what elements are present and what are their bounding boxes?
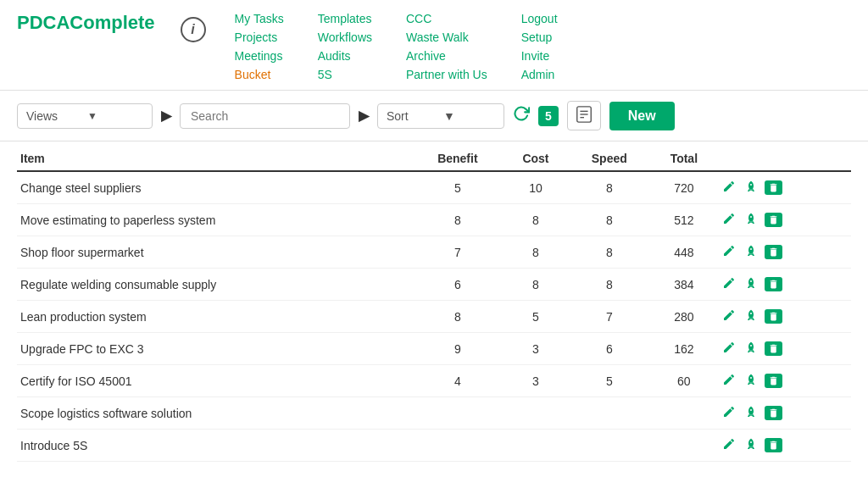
pdf-button[interactable] [567,101,601,130]
delete-button[interactable] [765,374,782,388]
cell-total: 280 [650,301,717,333]
pencil-icon [722,308,736,322]
cell-cost: 8 [504,269,568,301]
nav-bucket[interactable]: Bucket [235,68,284,81]
edit-button[interactable] [721,435,737,455]
action-buttons [721,178,848,197]
info-icon[interactable]: i [181,17,206,42]
cell-total: 60 [650,365,717,397]
delete-button[interactable] [765,438,782,452]
views-arrow-button[interactable]: ▶ [161,108,171,124]
cell-actions [717,430,851,462]
nav-projects[interactable]: Projects [235,30,284,44]
edit-button[interactable] [721,339,737,358]
nav-my-tasks[interactable]: My Tasks [235,12,284,25]
nav-archive[interactable]: Archive [406,49,487,63]
launch-button[interactable] [743,210,760,230]
cell-total: 720 [650,171,717,204]
table-row: Lean production system857280 [17,301,851,333]
toolbar: Views ▼ ▶ ▶ Sort ▼ 5 New [0,91,868,141]
nav-5s[interactable]: 5S [318,68,372,81]
launch-button[interactable] [743,307,760,326]
nav-logout[interactable]: Logout [521,12,558,25]
nav-setup[interactable]: Setup [521,30,558,44]
cell-actions [717,171,851,204]
launch-button[interactable] [743,403,760,423]
cell-cost: 8 [504,236,568,269]
refresh-icon [513,105,530,122]
pencil-icon [722,437,736,451]
launch-button[interactable] [743,435,760,455]
launch-button[interactable] [743,371,760,391]
col-header-actions [717,145,851,171]
nav-meetings[interactable]: Meetings [235,49,284,63]
delete-button[interactable] [765,180,782,195]
cell-cost: 10 [504,171,568,204]
trash-icon [768,440,779,451]
nav-workflows[interactable]: Workflows [318,30,372,44]
pencil-icon [722,405,736,419]
nav-audits[interactable]: Audits [318,49,372,63]
edit-button[interactable] [721,371,737,391]
edit-button[interactable] [721,178,737,197]
col-header-benefit: Benefit [412,145,504,171]
cell-speed [568,430,650,462]
table-row: Certify for ISO 4500143560 [17,365,851,397]
logo-complete: Complete [70,12,154,33]
nav-ccc[interactable]: CCC [406,12,487,25]
trash-icon [768,408,779,419]
nav-admin[interactable]: Admin [521,68,558,81]
cell-cost: 3 [504,333,568,365]
sort-label: Sort [387,109,438,123]
launch-button[interactable] [743,242,760,262]
edit-button[interactable] [721,242,737,262]
cell-speed: 7 [568,301,650,333]
cell-speed: 8 [568,236,650,269]
delete-button[interactable] [765,245,782,259]
delete-button[interactable] [765,341,782,356]
cell-actions [717,236,851,269]
cell-total: 162 [650,333,717,365]
rocket-icon [744,308,758,322]
edit-button[interactable] [721,307,737,326]
rocket-icon [744,341,758,354]
nav-col-3: CCC Waste Walk Archive Partner with Us [406,12,487,81]
table-container: Item Benefit Cost Speed Total Change ste… [0,145,868,462]
delete-button[interactable] [765,277,782,291]
nav-waste-walk[interactable]: Waste Walk [406,30,487,44]
cell-cost: 3 [504,365,568,397]
cell-benefit: 6 [412,269,504,301]
edit-button[interactable] [721,403,737,423]
cell-actions [717,365,851,397]
nav-col-1: My Tasks Projects Meetings Bucket [235,12,284,81]
table-header-row: Item Benefit Cost Speed Total [17,145,851,171]
launch-button[interactable] [743,339,760,358]
cell-cost: 8 [504,204,568,236]
nav-partner[interactable]: Partner with Us [406,68,487,81]
delete-button[interactable] [765,309,782,324]
new-button[interactable]: New [609,102,675,130]
nav-col-2: Templates Workflows Audits 5S [318,12,372,81]
rocket-icon [744,437,758,451]
views-dropdown[interactable]: Views ▼ [17,103,153,129]
delete-button[interactable] [765,213,782,227]
launch-button[interactable] [743,178,760,197]
nav-templates[interactable]: Templates [318,12,372,25]
launch-button[interactable] [743,274,760,294]
cell-item: Move estimating to paperless system [17,204,412,236]
nav-invite[interactable]: Invite [521,49,558,63]
sort-dropdown[interactable]: Sort ▼ [377,103,504,129]
delete-button[interactable] [765,406,782,420]
edit-button[interactable] [721,274,737,294]
cell-speed: 8 [568,204,650,236]
action-buttons [721,371,848,391]
refresh-button[interactable] [513,105,530,126]
search-input[interactable] [180,103,350,129]
cell-speed: 8 [568,269,650,301]
edit-button[interactable] [721,210,737,230]
search-arrow-button[interactable]: ▶ [359,108,369,124]
table-row: Change steel suppliers5108720 [17,171,851,204]
action-buttons [721,210,848,230]
pencil-icon [722,244,736,258]
col-header-total: Total [650,145,717,171]
